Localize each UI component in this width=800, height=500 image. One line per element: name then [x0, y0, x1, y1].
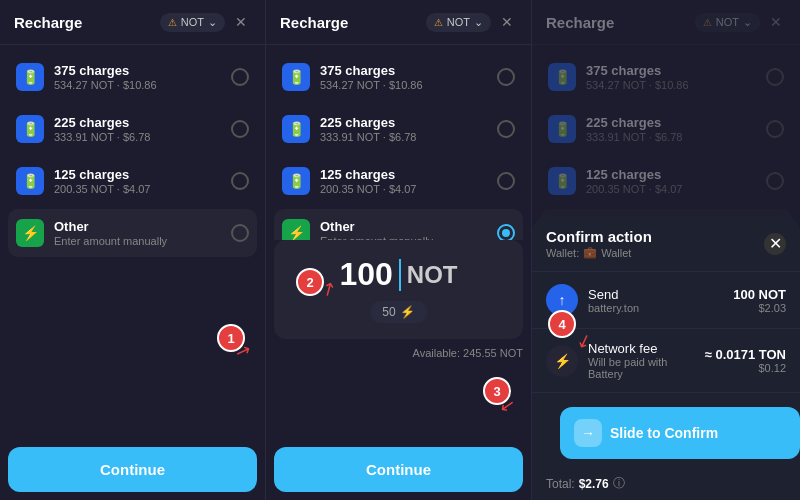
preset-button[interactable]: 50 ⚡ [370, 301, 426, 323]
close-button-3: ✕ [766, 12, 786, 32]
charge-info-2-375: 375 charges 534.27 NOT · $10.86 [320, 63, 487, 91]
charge-title-2-125: 125 charges [320, 167, 487, 182]
confirm-header: Confirm action Wallet: 💼 Wallet ✕ [532, 216, 800, 272]
fee-sublabel: Will be paid with Battery [588, 356, 695, 380]
radio-2-225[interactable] [497, 120, 515, 138]
battery-icon-2-other: ⚡ [282, 219, 310, 240]
charge-title-125: 125 charges [54, 167, 221, 182]
not-badge-3: ⚠ NOT ⌄ [695, 13, 760, 32]
chevron-down-icon-3: ⌄ [743, 16, 752, 29]
radio-225[interactable] [231, 120, 249, 138]
continue-button-1[interactable]: Continue [8, 447, 257, 492]
amount-value: 100 [339, 256, 392, 293]
radio-3-225 [766, 120, 784, 138]
cursor-line [399, 259, 401, 291]
send-label-title: Send [588, 287, 723, 302]
charge-item-2-375[interactable]: 🔋 375 charges 534.27 NOT · $10.86 [274, 53, 523, 101]
radio-other[interactable] [231, 224, 249, 242]
preset-value: 50 [382, 305, 395, 319]
battery-icon-2-375: 🔋 [282, 63, 310, 91]
charge-item-2-other[interactable]: ⚡ Other Enter amount manually [274, 209, 523, 240]
available-text: Available: 245.55 NOT [266, 347, 531, 359]
charges-list-1: 🔋 375 charges 534.27 NOT · $10.86 🔋 225 … [0, 45, 265, 439]
arrow-3: ↙ [498, 393, 517, 417]
confirm-title: Confirm action [546, 228, 652, 245]
slide-label: Slide to Confirm [610, 425, 718, 441]
radio-2-375[interactable] [497, 68, 515, 86]
slide-arrow-icon: → [574, 419, 602, 447]
radio-3-125 [766, 172, 784, 190]
radio-375[interactable] [231, 68, 249, 86]
close-button-2[interactable]: ✕ [497, 12, 517, 32]
total-row: Total: $2.76 ⓘ [532, 467, 800, 500]
charge-info-2-225: 225 charges 333.91 NOT · $6.78 [320, 115, 487, 143]
battery-icon-2-225: 🔋 [282, 115, 310, 143]
charge-title-3-375: 375 charges [586, 63, 756, 78]
warning-icon-3: ⚠ [703, 17, 712, 28]
charge-item-2-125[interactable]: 🔋 125 charges 200.35 NOT · $4.07 [274, 157, 523, 205]
panel-3-recharge-section: Recharge ⚠ NOT ⌄ ✕ 🔋 375 charges 534.27 … [532, 0, 800, 240]
total-value: $2.76 [579, 477, 609, 491]
charge-subtitle-3-225: 333.91 NOT · $6.78 [586, 131, 756, 143]
not-badge-1[interactable]: ⚠ NOT ⌄ [160, 13, 225, 32]
radio-2-125[interactable] [497, 172, 515, 190]
charge-subtitle-other: Enter amount manually [54, 235, 221, 247]
charge-subtitle-225: 333.91 NOT · $6.78 [54, 131, 221, 143]
fee-icon: ⚡ [546, 345, 578, 377]
charge-subtitle-2-225: 333.91 NOT · $6.78 [320, 131, 487, 143]
charge-item-225[interactable]: 🔋 225 charges 333.91 NOT · $6.78 [8, 105, 257, 153]
not-badge-2[interactable]: ⚠ NOT ⌄ [426, 13, 491, 32]
send-amount: 100 NOT [733, 287, 786, 302]
charge-info-375: 375 charges 534.27 NOT · $10.86 [54, 63, 221, 91]
battery-icon-3-375: 🔋 [548, 63, 576, 91]
charge-subtitle-375: 534.27 NOT · $10.86 [54, 79, 221, 91]
charge-item-375[interactable]: 🔋 375 charges 534.27 NOT · $10.86 [8, 53, 257, 101]
battery-icon-other: ⚡ [16, 219, 44, 247]
wallet-icon: 💼 [583, 246, 597, 259]
radio-125[interactable] [231, 172, 249, 190]
charge-subtitle-3-125: 200.35 NOT · $4.07 [586, 183, 756, 195]
charge-info-125: 125 charges 200.35 NOT · $4.07 [54, 167, 221, 195]
battery-icon-3-125: 🔋 [548, 167, 576, 195]
charges-list-2: 🔋 375 charges 534.27 NOT · $10.86 🔋 225 … [266, 45, 531, 240]
charge-subtitle-125: 200.35 NOT · $4.07 [54, 183, 221, 195]
charge-title-2-225: 225 charges [320, 115, 487, 130]
charge-title-225: 225 charges [54, 115, 221, 130]
charge-item-125[interactable]: 🔋 125 charges 200.35 NOT · $4.07 [8, 157, 257, 205]
battery-icon-3-225: 🔋 [548, 115, 576, 143]
warning-icon-2: ⚠ [434, 17, 443, 28]
header-right-2: ⚠ NOT ⌄ ✕ [426, 12, 517, 32]
header-right-1: ⚠ NOT ⌄ ✕ [160, 12, 251, 32]
battery-icon-225: 🔋 [16, 115, 44, 143]
confirm-card: Confirm action Wallet: 💼 Wallet ✕ ↑ Send… [532, 216, 800, 500]
chevron-down-icon-1: ⌄ [208, 16, 217, 29]
slide-confirm-button[interactable]: → Slide to Confirm [560, 407, 800, 459]
step-badge-4: 4 [548, 310, 576, 338]
fee-value: ≈ 0.0171 TON $0.12 [705, 347, 786, 374]
charge-info-225: 225 charges 333.91 NOT · $6.78 [54, 115, 221, 143]
charges-list-3: 🔋 375 charges 534.27 NOT · $10.86 🔋 225 … [532, 45, 800, 240]
not-label-1: NOT [181, 16, 204, 28]
charge-item-2-225[interactable]: 🔋 225 charges 333.91 NOT · $6.78 [274, 105, 523, 153]
panel-2-title: Recharge [280, 14, 348, 31]
charge-info-2-125: 125 charges 200.35 NOT · $4.07 [320, 167, 487, 195]
confirm-header-text: Confirm action Wallet: 💼 Wallet [546, 228, 652, 259]
close-button-1[interactable]: ✕ [231, 12, 251, 32]
send-value: 100 NOT $2.03 [733, 287, 786, 314]
header-right-3: ⚠ NOT ⌄ ✕ [695, 12, 786, 32]
panel-2: Recharge ⚠ NOT ⌄ ✕ 🔋 375 charges 534.27 … [266, 0, 532, 500]
amount-unit: NOT [407, 261, 458, 289]
battery-icon-2-125: 🔋 [282, 167, 310, 195]
slide-container: → Slide to Confirm [532, 393, 800, 459]
confirm-close-button[interactable]: ✕ [764, 233, 786, 255]
continue-button-2[interactable]: Continue [274, 447, 523, 492]
charge-info-other: Other Enter amount manually [54, 219, 221, 247]
panel-1-header: Recharge ⚠ NOT ⌄ ✕ [0, 0, 265, 45]
radio-2-other[interactable] [497, 224, 515, 240]
battery-icon-375: 🔋 [16, 63, 44, 91]
charge-title-3-225: 225 charges [586, 115, 756, 130]
charge-item-other[interactable]: ⚡ Other Enter amount manually [8, 209, 257, 257]
charge-info-2-other: Other Enter amount manually [320, 219, 487, 240]
panel-3: Recharge ⚠ NOT ⌄ ✕ 🔋 375 charges 534.27 … [532, 0, 800, 500]
info-icon[interactable]: ⓘ [613, 475, 625, 492]
